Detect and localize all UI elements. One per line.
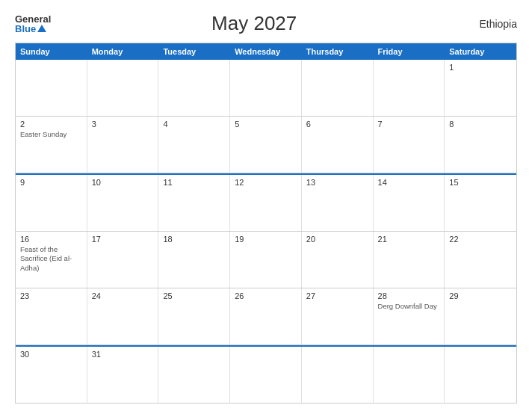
weekday-header: Thursday [302, 43, 374, 60]
day-number: 13 [306, 178, 368, 187]
day-number: 28 [378, 291, 440, 300]
calendar-cell: 10 [87, 175, 159, 231]
calendar-cell: 23 [16, 288, 87, 344]
calendar-cell [158, 60, 230, 116]
day-number: 22 [449, 235, 512, 244]
calendar-cell [158, 347, 230, 403]
day-number: 9 [20, 178, 82, 187]
weekday-header: Monday [87, 43, 159, 60]
calendar-cell: 16Feast of the Sacrifice (Eid al-Adha) [16, 232, 87, 288]
calendar-cell: 8 [445, 117, 516, 173]
calendar-cell: 9 [16, 175, 87, 231]
calendar-cell: 18 [158, 232, 230, 288]
calendar-cell [230, 60, 302, 116]
day-number: 1 [449, 63, 512, 72]
day-number: 24 [92, 291, 154, 300]
calendar-row: 2Easter Sunday345678 [16, 117, 516, 173]
day-number: 3 [92, 120, 154, 129]
calendar-cell: 29 [445, 288, 516, 344]
calendar-cell: 21 [374, 232, 445, 288]
calendar-cell: 2Easter Sunday [16, 117, 87, 173]
calendar-cell: 26 [230, 288, 302, 344]
calendar-cell: 7 [374, 117, 445, 173]
day-number: 31 [92, 350, 154, 359]
calendar-cell: 15 [445, 175, 516, 231]
day-number: 21 [378, 235, 440, 244]
day-number: 2 [20, 120, 82, 129]
day-number: 30 [20, 350, 82, 359]
day-number: 18 [163, 235, 225, 244]
calendar-cell: 6 [302, 117, 374, 173]
calendar-row: 1 [16, 60, 516, 117]
calendar-cell [374, 347, 445, 403]
logo-general-text: General [15, 14, 51, 24]
day-number: 26 [235, 291, 297, 300]
calendar-row: 9101112131415 [16, 173, 516, 232]
logo-blue-text: Blue [15, 24, 51, 34]
day-number: 10 [92, 178, 154, 187]
calendar-cell [230, 347, 302, 403]
calendar-cell [87, 60, 159, 116]
day-number: 8 [449, 120, 512, 129]
calendar-title: May 2027 [51, 12, 457, 35]
calendar-cell [302, 347, 374, 403]
calendar-cell: 11 [158, 175, 230, 231]
logo: General Blue [15, 14, 51, 34]
weekday-header: Saturday [445, 43, 516, 60]
calendar-cell: 19 [230, 232, 302, 288]
weekday-header: Tuesday [158, 43, 230, 60]
calendar-header: SundayMondayTuesdayWednesdayThursdayFrid… [16, 43, 516, 60]
day-number: 16 [20, 235, 82, 244]
calendar-cell [445, 347, 516, 403]
calendar-row: 232425262728Derg Downfall Day29 [16, 288, 516, 345]
calendar-cell: 20 [302, 232, 374, 288]
calendar-cell: 27 [302, 288, 374, 344]
day-number: 27 [306, 291, 368, 300]
calendar-cell: 1 [445, 60, 516, 116]
calendar-cell: 31 [87, 347, 159, 403]
day-number: 29 [449, 291, 512, 300]
calendar-cell: 22 [445, 232, 516, 288]
weekday-header: Wednesday [230, 43, 302, 60]
calendar-cell: 5 [230, 117, 302, 173]
day-number: 7 [378, 120, 440, 129]
day-number: 15 [449, 178, 512, 187]
holiday-label: Feast of the Sacrifice (Eid al-Adha) [20, 245, 82, 273]
calendar-cell: 13 [302, 175, 374, 231]
calendar: SundayMondayTuesdayWednesdayThursdayFrid… [15, 43, 517, 404]
day-number: 20 [306, 235, 368, 244]
day-number: 23 [20, 291, 82, 300]
calendar-cell [374, 60, 445, 116]
day-number: 19 [235, 235, 297, 244]
day-number: 11 [163, 178, 225, 187]
calendar-cell: 17 [87, 232, 159, 288]
calendar-cell: 4 [158, 117, 230, 173]
calendar-row: 16Feast of the Sacrifice (Eid al-Adha)17… [16, 232, 516, 288]
calendar-cell: 28Derg Downfall Day [374, 288, 445, 344]
holiday-label: Derg Downfall Day [378, 302, 440, 311]
calendar-cell: 3 [87, 117, 159, 173]
calendar-cell: 30 [16, 347, 87, 403]
day-number: 25 [163, 291, 225, 300]
day-number: 14 [378, 178, 440, 187]
day-number: 17 [92, 235, 154, 244]
country-label: Ethiopia [457, 18, 517, 30]
calendar-cell: 25 [158, 288, 230, 344]
calendar-cell: 12 [230, 175, 302, 231]
calendar-cell: 14 [374, 175, 445, 231]
day-number: 12 [235, 178, 297, 187]
day-number: 4 [163, 120, 225, 129]
weekday-header: Friday [374, 43, 445, 60]
holiday-label: Easter Sunday [20, 130, 82, 139]
header: General Blue May 2027 Ethiopia [15, 12, 517, 35]
calendar-cell [302, 60, 374, 116]
logo-triangle-icon [37, 25, 46, 32]
day-number: 6 [306, 120, 368, 129]
calendar-body: 12Easter Sunday345678910111213141516Feas… [16, 60, 516, 403]
calendar-cell [16, 60, 87, 116]
calendar-row: 3031 [16, 345, 516, 403]
calendar-cell: 24 [87, 288, 159, 344]
page: General Blue May 2027 Ethiopia SundayMon… [0, 0, 532, 411]
weekday-header: Sunday [16, 43, 87, 60]
day-number: 5 [235, 120, 297, 129]
